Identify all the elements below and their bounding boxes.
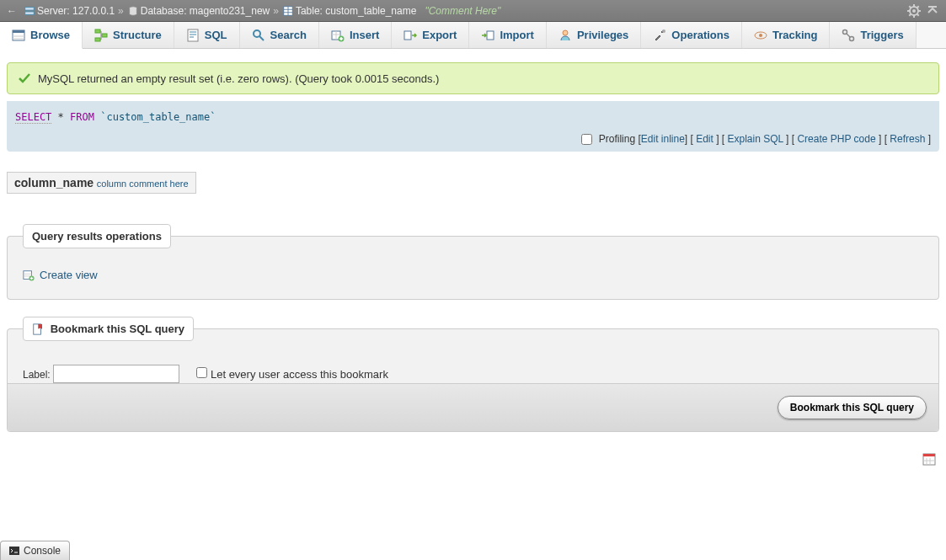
search-icon — [252, 29, 265, 42]
tab-bar: Browse Structure SQL Search Insert Expor… — [0, 22, 946, 49]
tab-search[interactable]: Search — [240, 22, 319, 48]
svg-line-30 — [259, 36, 264, 40]
import-icon — [481, 29, 494, 42]
bookmark-label-input[interactable] — [53, 365, 179, 383]
svg-rect-23 — [102, 34, 107, 37]
edit-inline-link[interactable]: Edit inline — [641, 133, 685, 145]
column-name: column_name — [14, 176, 94, 189]
breadcrumb-table[interactable]: Table: custom_table_name — [296, 5, 416, 17]
column-header[interactable]: column_name column comment here — [7, 172, 196, 194]
main-content: MySQL returned an empty result set (i.e.… — [0, 49, 946, 476]
sql-table-name: `custom_table_name` — [100, 111, 216, 123]
tab-sql[interactable]: SQL — [174, 22, 240, 48]
profiling-label: Profiling — [599, 133, 635, 145]
edit-link[interactable]: Edit — [696, 133, 714, 145]
svg-line-13 — [909, 6, 911, 8]
svg-line-16 — [917, 6, 919, 8]
back-arrow-icon[interactable]: ← — [7, 5, 17, 17]
sql-icon — [186, 29, 200, 42]
tab-export[interactable]: Export — [392, 22, 469, 48]
svg-rect-19 — [13, 30, 24, 33]
tracking-icon — [754, 29, 767, 42]
breadcrumb-separator: » — [118, 5, 124, 17]
insert-icon — [331, 29, 345, 42]
svg-rect-0 — [25, 7, 35, 10]
svg-rect-58 — [9, 547, 19, 555]
svg-point-29 — [254, 30, 260, 37]
success-message-text: MySQL returned an empty result set (i.e.… — [38, 72, 439, 85]
profiling-checkbox[interactable] — [581, 134, 592, 145]
tab-operations[interactable]: Operations — [641, 22, 742, 48]
svg-line-14 — [917, 13, 919, 15]
success-message-box: MySQL returned an empty result set (i.e.… — [7, 62, 939, 94]
svg-rect-25 — [188, 29, 198, 41]
bookmark-icon — [32, 323, 44, 335]
svg-rect-24 — [95, 38, 100, 41]
export-icon — [404, 29, 417, 42]
svg-line-45 — [847, 34, 850, 37]
svg-rect-38 — [487, 31, 494, 40]
console-toggle[interactable]: Console — [0, 541, 70, 560]
svg-rect-54 — [923, 454, 935, 456]
tab-import[interactable]: Import — [469, 22, 546, 48]
sql-star: * — [58, 111, 64, 123]
bookmark-share-label: Let every user access this bookmark — [211, 368, 388, 381]
query-results-operations-fieldset: Query results operations Create view — [7, 224, 939, 300]
svg-rect-22 — [95, 29, 100, 33]
tab-insert[interactable]: Insert — [319, 22, 392, 48]
privileges-icon — [559, 29, 572, 42]
create-php-link[interactable]: Create PHP code — [797, 133, 875, 145]
breadcrumb-server[interactable]: Server: 127.0.0.1 — [37, 5, 115, 17]
bookmark-label-text: Label: — [23, 369, 51, 381]
console-icon — [9, 547, 19, 555]
database-icon — [127, 5, 139, 17]
structure-icon — [94, 29, 108, 42]
query-results-operations-legend: Query results operations — [23, 224, 171, 248]
breadcrumb-bar: ← Server: 127.0.0.1 » Database: magento2… — [0, 0, 946, 22]
bookmark-form-row: Label: Let every user access this bookma… — [23, 365, 923, 383]
sql-actions-row: Profiling [Edit inline] [ Edit ] [ Expla… — [15, 126, 931, 145]
explain-sql-link[interactable]: Explain SQL — [728, 133, 783, 145]
gear-icon[interactable] — [907, 4, 921, 18]
svg-rect-37 — [404, 31, 411, 40]
tab-privileges[interactable]: Privileges — [547, 22, 641, 48]
svg-point-8 — [912, 9, 916, 13]
refresh-link[interactable]: Refresh — [890, 133, 925, 145]
tab-triggers[interactable]: Triggers — [830, 22, 916, 48]
sql-from-keyword: FROM — [70, 111, 94, 123]
triggers-icon — [842, 29, 855, 42]
operations-icon — [653, 29, 666, 42]
bookmark-actions-bar: Bookmark this SQL query — [8, 383, 938, 431]
svg-point-44 — [850, 36, 854, 40]
column-comment: column comment here — [97, 179, 189, 189]
breadcrumb-separator: » — [273, 5, 279, 17]
tab-browse[interactable]: Browse — [0, 22, 83, 49]
bookmark-submit-button[interactable]: Bookmark this SQL query — [778, 396, 927, 419]
svg-point-43 — [843, 29, 847, 34]
calendar-icon[interactable] — [922, 452, 936, 466]
create-view-icon — [23, 269, 35, 281]
sql-code: SELECT * FROM `custom_table_name` — [15, 108, 931, 126]
tab-structure[interactable]: Structure — [83, 22, 174, 48]
breadcrumb-database[interactable]: Database: magento231_new — [141, 5, 270, 17]
svg-point-42 — [759, 34, 762, 37]
collapse-icon[interactable] — [926, 4, 939, 18]
console-label: Console — [24, 545, 61, 557]
browse-icon — [12, 29, 25, 42]
sql-query-box: SELECT * FROM `custom_table_name` Profil… — [7, 101, 939, 152]
breadcrumb-comment: "Comment Here" — [425, 5, 500, 17]
svg-point-39 — [563, 30, 568, 35]
svg-point-40 — [662, 29, 665, 33]
server-icon — [24, 5, 35, 17]
svg-rect-1 — [25, 11, 35, 14]
table-icon — [282, 5, 294, 17]
tab-tracking[interactable]: Tracking — [742, 22, 830, 48]
bookmark-fieldset: Bookmark this SQL query Label: Let every… — [7, 317, 939, 433]
check-icon — [18, 72, 31, 85]
svg-line-15 — [909, 13, 911, 15]
bookmark-share-checkbox[interactable] — [196, 367, 207, 378]
sql-select-keyword[interactable]: SELECT — [15, 111, 51, 124]
bookmark-legend: Bookmark this SQL query — [23, 317, 194, 342]
create-view-link[interactable]: Create view — [23, 269, 98, 281]
